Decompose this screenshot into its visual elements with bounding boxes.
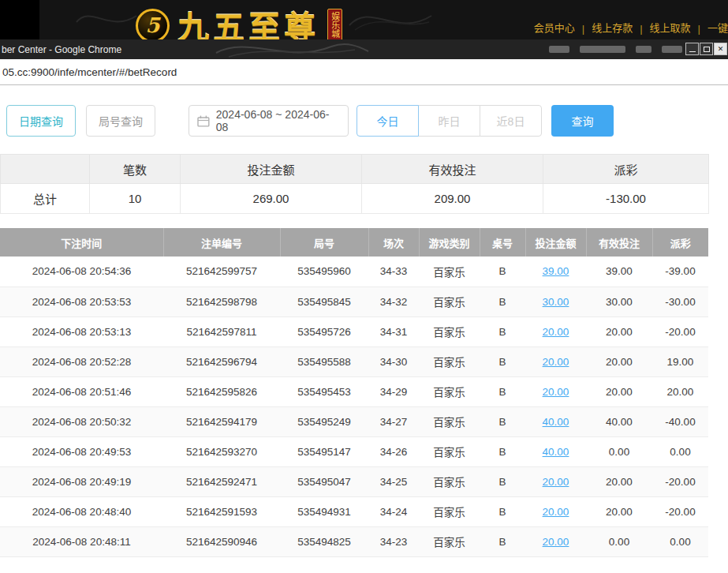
bet-amount-link[interactable]: 30.00 [543,296,569,308]
cell-table-id: B [480,346,525,376]
cell-bet-amount: 20.00 [525,526,586,556]
summary-col-bet: 投注金额 [181,155,362,184]
cell-bet-time: 2024-06-08 20:53:53 [0,286,163,316]
bet-amount-link[interactable]: 20.00 [543,476,569,488]
cell-game-type: 百家乐 [419,346,480,376]
cell-game-type: 百家乐 [419,526,480,556]
summary-col-payout: 派彩 [543,155,709,184]
cell-valid-bet: 20.00 [586,346,652,376]
cell-table-id: B [480,526,525,556]
cell-order-id: 521642592471 [163,466,280,496]
table-row: 2024-06-08 20:52:28521642596794535495588… [0,346,708,376]
browser-titlebar: ber Center - Google Chrome ✕ [0,39,728,59]
nav-separator: | [582,23,584,35]
cell-bet-amount: 20.00 [525,496,586,526]
window-controls: ✕ [685,43,727,55]
cell-payout: -20.00 [652,466,708,496]
cell-round-id: 535495047 [280,466,368,496]
col-header-order-id: 注单编号 [163,228,280,257]
cell-payout: 19.00 [652,346,708,376]
cell-table-id: B [480,257,525,286]
cell-session: 34-24 [368,496,419,526]
cell-valid-bet: 40.00 [586,406,652,436]
site-badge: 娱乐城 [327,9,342,39]
cell-order-id: 521642596794 [163,346,280,376]
col-header-bet-time: 下注时间 [0,228,163,257]
table-row: 2024-06-08 20:49:19521642592471535495047… [0,466,708,496]
cell-game-type: 百家乐 [419,496,480,526]
bet-record-table: 下注时间注单编号局号场次游戏类别桌号投注金额有效投注派彩 2024-06-08 … [0,228,708,557]
bet-table-body: 2024-06-08 20:54:36521642599757535495960… [0,257,708,556]
minimize-icon [689,51,696,52]
cell-bet-time: 2024-06-08 20:53:13 [0,316,163,346]
nav-member-center[interactable]: 会员中心 [534,20,575,35]
bet-amount-link[interactable]: 20.00 [543,326,569,338]
header-corner-block [0,0,39,39]
cell-session: 34-29 [368,376,419,406]
cell-order-id: 521642593270 [163,436,280,466]
site-header: 5 九五至尊 娱乐城 会员中心 | 线上存款 | 线上取款 | 一键 [0,0,728,39]
cell-valid-bet: 39.00 [586,257,652,286]
cell-round-id: 535494825 [280,526,368,556]
cell-session: 34-23 [368,526,419,556]
nav-online-withdraw[interactable]: 线上取款 [650,20,691,35]
table-row: 2024-06-08 20:48:11521642590946535494825… [0,526,708,556]
nav-online-deposit[interactable]: 线上存款 [592,20,633,35]
restore-button[interactable] [700,43,713,55]
cell-payout: -40.00 [652,406,708,436]
cell-game-type: 百家乐 [419,257,480,286]
last8days-button[interactable]: 近8日 [480,105,542,137]
date-range-input[interactable]: 2024-06-08 ~ 2024-06-08 [189,105,349,137]
cell-table-id: B [480,406,525,436]
close-icon: ✕ [718,45,724,53]
cell-bet-amount: 20.00 [525,346,586,376]
nav-separator: | [698,23,700,35]
address-bar[interactable]: 05.cc:9900/infe/mcenter/#/betRecord [0,59,728,85]
cell-order-id: 521642597811 [163,316,280,346]
bet-amount-link[interactable]: 20.00 [543,386,569,398]
cell-table-id: B [480,496,525,526]
cell-bet-amount: 30.00 [525,286,586,316]
cell-bet-time: 2024-06-08 20:52:28 [0,346,163,376]
cell-bet-amount: 20.00 [525,376,586,406]
nav-one-click[interactable]: 一键 [707,20,728,35]
col-header-bet-amount: 投注金额 [525,228,586,257]
cell-payout: -20.00 [652,316,708,346]
date-query-tab[interactable]: 日期查询 [6,105,76,137]
window-title: ber Center - Google Chrome [2,44,121,55]
cell-session: 34-31 [368,316,419,346]
table-row: 2024-06-08 20:53:53521642598798535495845… [0,286,708,316]
today-button[interactable]: 今日 [357,105,419,137]
url-text[interactable]: 05.cc:9900/infe/mcenter/#/betRecord [2,66,177,78]
cell-bet-amount: 20.00 [525,466,586,496]
cell-payout: 0.00 [652,436,708,466]
minimize-button[interactable] [685,43,699,55]
cell-round-id: 535495249 [280,406,368,436]
cell-game-type: 百家乐 [419,436,480,466]
yesterday-button[interactable]: 昨日 [418,105,480,137]
search-button[interactable]: 查询 [551,105,614,137]
bet-amount-link[interactable]: 40.00 [543,416,569,428]
decorative-swirl [347,6,434,33]
bet-amount-link[interactable]: 40.00 [543,446,569,458]
ghost-text [662,46,682,53]
summary-header-row: 笔数 投注金额 有效投注 派彩 [1,155,709,184]
cell-payout: -20.00 [652,496,708,526]
cell-valid-bet: 20.00 [586,466,652,496]
bet-amount-link[interactable]: 20.00 [543,356,569,368]
quick-range-group: 今日 昨日 近8日 [357,105,542,137]
cell-round-id: 535495588 [280,346,368,376]
cell-bet-time: 2024-06-08 20:48:40 [0,496,163,526]
calendar-icon [197,115,210,127]
bet-amount-link[interactable]: 39.00 [543,265,569,277]
table-row: 2024-06-08 20:49:53521642593270535495147… [0,436,708,466]
bet-amount-link[interactable]: 20.00 [543,536,569,548]
cell-valid-bet: 0.00 [586,436,652,466]
close-button[interactable]: ✕ [714,43,727,55]
cell-session: 34-27 [368,406,419,436]
bet-amount-link[interactable]: 20.00 [543,506,569,518]
round-query-tab[interactable]: 局号查询 [86,105,155,137]
cell-game-type: 百家乐 [419,316,480,346]
summary-total-valid: 209.00 [362,184,543,214]
col-header-valid-bet: 有效投注 [586,228,652,257]
